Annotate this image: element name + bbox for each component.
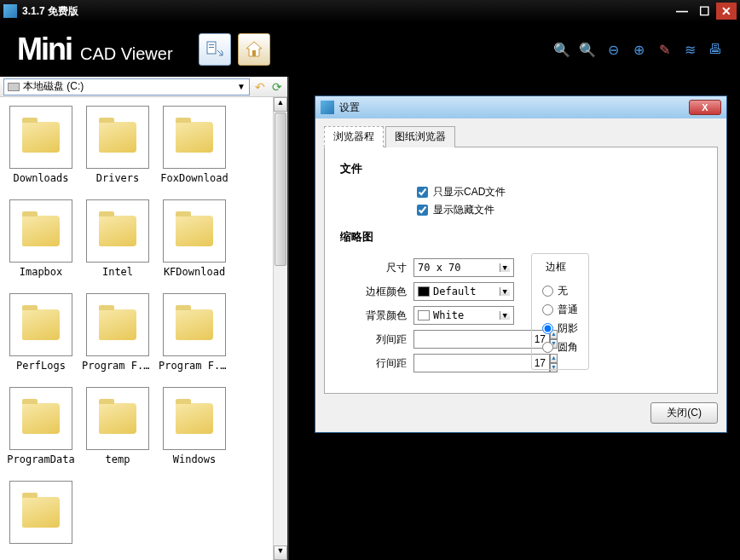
svg-rect-1 [209, 44, 214, 45]
folder-thumb [163, 387, 226, 450]
zoom-out-icon[interactable]: 🔍 [580, 42, 595, 57]
tab-drawing-browser[interactable]: 图纸浏览器 [385, 126, 455, 147]
combo-bg-color[interactable]: White ▼ [413, 306, 514, 325]
zoom-minus-icon[interactable]: ⊖ [605, 42, 621, 57]
folder-item[interactable] [5, 481, 77, 547]
print-icon[interactable]: 🖶 [708, 42, 723, 57]
tab-content: 文件 只显示CAD文件 显示隐藏文件 缩略图 尺寸 [324, 147, 718, 394]
combo-size-value: 70 x 70 [418, 262, 461, 274]
folder-item[interactable]: temp [82, 387, 153, 465]
close-button[interactable]: 关闭(C) [650, 402, 718, 424]
main-area: 本地磁盘 (C:) ▼ ↶ ⟳ DownloadsDriversFoxDownl… [0, 77, 740, 560]
folder-thumb [163, 199, 226, 263]
combo-border-color-value: Default [433, 286, 477, 297]
nav-up-button[interactable]: ↶ [253, 80, 267, 94]
window-titlebar: 3.1.7 免费版 — ☐ ✕ [0, 0, 740, 22]
input-col-gap[interactable] [413, 330, 550, 349]
layers-icon[interactable]: ≋ [682, 42, 697, 57]
checkbox-show-hidden[interactable] [417, 205, 428, 216]
dialog-icon [321, 101, 334, 114]
chevron-down-icon: ▼ [500, 287, 510, 296]
folder-item[interactable]: PerfLogs [5, 293, 77, 372]
file-section-title: 文件 [340, 161, 702, 176]
preview-panel: 设置 X 浏览器程 图纸浏览器 文件 只显示CAD文件 显示隐藏文件 [287, 77, 740, 560]
folder-thumb [86, 199, 149, 263]
folder-icon [22, 122, 60, 153]
thumb-section-title: 缩略图 [340, 229, 702, 245]
folder-item[interactable]: KFDownload [159, 199, 230, 278]
folder-label: Windows [159, 453, 230, 465]
drive-bar: 本地磁盘 (C:) ▼ ↶ ⟳ [0, 77, 287, 97]
window-close-button[interactable]: ✕ [716, 3, 737, 20]
folder-label: PerfLogs [5, 360, 77, 372]
input-row-gap[interactable] [413, 354, 550, 372]
radio-border-none[interactable] [542, 286, 553, 297]
label-show-hidden: 显示隐藏文件 [433, 203, 494, 217]
folder-label: Drivers [82, 172, 153, 184]
file-browser-panel: 本地磁盘 (C:) ▼ ↶ ⟳ DownloadsDriversFoxDownl… [0, 77, 287, 560]
drive-selector[interactable]: 本地磁盘 (C:) ▼ [3, 78, 250, 95]
radio-border-shadow[interactable] [542, 323, 553, 334]
folder-item[interactable]: Downloads [5, 106, 77, 184]
home-button[interactable] [238, 33, 270, 66]
tool-icon[interactable]: ✎ [656, 42, 672, 57]
checkbox-cad-only[interactable] [417, 187, 428, 198]
scrollbar[interactable]: ▲ ▼ [273, 97, 287, 560]
minimize-button[interactable]: — [672, 3, 692, 20]
bg-color-swatch [418, 310, 430, 320]
label-border-color: 边框颜色 [340, 285, 407, 299]
folder-icon [22, 497, 60, 528]
folder-label: Imapbox [5, 266, 77, 278]
folder-icon [99, 122, 136, 153]
browse-mode-button[interactable] [199, 33, 231, 66]
dialog-close-button[interactable]: X [689, 100, 721, 115]
folder-thumb [9, 199, 72, 263]
logo-main: Mini [17, 32, 72, 67]
scroll-down-icon[interactable]: ▼ [274, 546, 287, 560]
label-cad-only: 只显示CAD文件 [433, 185, 506, 199]
label-border-normal: 普通 [558, 303, 578, 317]
svg-rect-3 [252, 50, 256, 56]
tab-browser[interactable]: 浏览器程 [324, 126, 384, 147]
scroll-up-icon[interactable]: ▲ [274, 97, 287, 112]
chevron-down-icon: ▼ [500, 311, 510, 320]
combo-bg-color-value: White [433, 309, 464, 321]
folder-item[interactable]: Program F... [82, 293, 153, 372]
radio-border-round[interactable] [542, 342, 553, 353]
zoom-plus-icon[interactable]: ⊕ [631, 42, 646, 57]
folder-item[interactable]: Imapbox [5, 199, 77, 278]
radio-border-normal[interactable] [542, 304, 553, 315]
combo-size[interactable]: 70 x 70 ▼ [413, 258, 514, 277]
folder-item[interactable]: Intel [82, 199, 153, 278]
label-border-round: 圆角 [558, 340, 578, 355]
folder-icon [22, 403, 60, 434]
folder-icon [99, 309, 136, 340]
folder-label: ProgramData [5, 453, 77, 465]
folder-thumb [86, 293, 149, 356]
label-bg-color: 背景颜色 [340, 309, 407, 323]
folder-item[interactable]: Windows [159, 387, 230, 465]
scroll-thumb[interactable] [275, 113, 286, 266]
document-list-icon [205, 40, 224, 59]
folder-item[interactable]: Drivers [82, 106, 153, 184]
maximize-button[interactable]: ☐ [694, 3, 714, 20]
folder-thumb [86, 387, 149, 450]
main-toolbar: Mini CAD Viewer 🔍 🔍 ⊖ ⊕ ✎ ≋ 🖶 [0, 22, 740, 77]
folder-icon [176, 309, 213, 340]
folder-label: temp [82, 453, 153, 465]
refresh-button[interactable]: ⟳ [270, 80, 284, 94]
folder-label: KFDownload [159, 266, 230, 278]
folder-item[interactable]: FoxDownload [159, 106, 230, 184]
home-icon [244, 39, 264, 60]
border-style-group: 边框 无 普通 阴影 圆角 [531, 253, 589, 370]
app-icon [3, 4, 17, 18]
drive-label: 本地磁盘 (C:) [23, 79, 84, 94]
folder-icon [176, 403, 213, 434]
folder-item[interactable]: Program F... [159, 293, 230, 372]
folder-item[interactable]: ProgramData [5, 387, 77, 465]
folder-label: Program F... [159, 360, 230, 372]
folder-thumb [9, 106, 72, 169]
zoom-in-icon[interactable]: 🔍 [554, 42, 569, 57]
combo-border-color[interactable]: Default ▼ [413, 282, 514, 301]
chevron-down-icon: ▼ [237, 82, 246, 91]
